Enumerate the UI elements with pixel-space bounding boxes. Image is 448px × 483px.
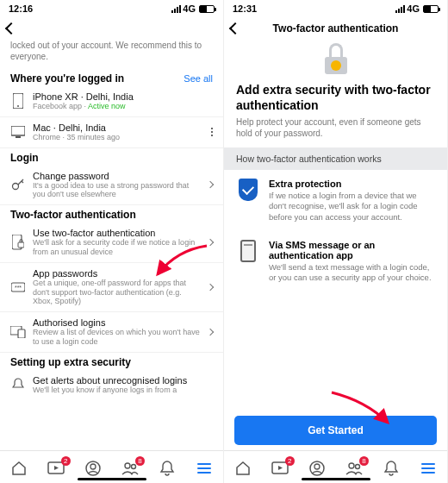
- badge: 8: [359, 456, 369, 466]
- status-bar: 12:31 4G: [224, 0, 447, 17]
- tab-groups[interactable]: 8: [121, 459, 140, 478]
- row-title: Change password: [33, 171, 201, 181]
- feature-sms-auth: Via SMS message or an authentication app…: [224, 231, 447, 292]
- extra-security-header: Setting up extra security: [10, 356, 131, 368]
- badge: 2: [285, 456, 295, 466]
- badge: 2: [61, 456, 71, 466]
- intro-heading: Add extra security with two-factor authe…: [224, 83, 447, 116]
- tab-home[interactable]: [9, 459, 28, 478]
- bell-icon: [10, 378, 26, 392]
- tab-profile[interactable]: [84, 459, 103, 478]
- tab-notifications[interactable]: [158, 459, 177, 478]
- status-time: 12:16: [9, 3, 33, 14]
- device-row-mac[interactable]: Mac · Delhi, India Chrome · 35 minutes a…: [0, 117, 223, 148]
- battery-icon: [423, 5, 439, 13]
- tab-profile[interactable]: [308, 459, 327, 478]
- svg-rect-3: [16, 136, 21, 138]
- tab-menu[interactable]: [195, 459, 214, 478]
- svg-point-19: [349, 463, 354, 468]
- row-title: App passwords: [33, 268, 201, 279]
- screen-two-factor-intro: 12:31 4G Two-factor authentication Add e…: [224, 0, 448, 483]
- change-password-row[interactable]: Change password It's a good idea to use …: [0, 166, 223, 206]
- chevron-right-icon: [207, 329, 214, 336]
- header: [0, 17, 223, 40]
- get-started-button[interactable]: Get Started: [234, 416, 437, 445]
- phone-sms-icon: [240, 240, 256, 262]
- svg-point-4: [13, 184, 19, 190]
- feature-title: Extra protection: [269, 179, 435, 189]
- intro-subheading: Help protect your account, even if someo…: [224, 116, 447, 147]
- network-label: 4G: [407, 3, 420, 14]
- see-all-link[interactable]: See all: [184, 73, 213, 84]
- authorised-logins-row[interactable]: Authorised logins Review a list of devic…: [0, 312, 223, 353]
- devices-icon: [10, 326, 26, 338]
- status-bar: 12:16 4G: [0, 0, 223, 17]
- feature-title: Via SMS message or an authentication app: [269, 240, 435, 260]
- row-subtitle: Get a unique, one-off password for apps …: [33, 279, 201, 306]
- device-row-iphone[interactable]: iPhone XR · Delhi, India Facebook app · …: [0, 86, 223, 117]
- lock-key-icon: [321, 45, 351, 74]
- svg-text:***: ***: [15, 285, 22, 291]
- row-title: Authorised logins: [33, 317, 201, 328]
- device-title: Mac · Delhi, India: [33, 122, 204, 133]
- page-title: Two-factor authentication: [224, 22, 447, 34]
- tab-home[interactable]: [233, 459, 252, 478]
- status-time: 12:31: [233, 3, 257, 14]
- desktop-icon: [10, 126, 26, 138]
- svg-rect-10: [18, 329, 25, 338]
- screen-security-settings: 12:16 4G locked out of your account. We …: [0, 0, 224, 483]
- svg-point-20: [356, 464, 360, 468]
- tab-watch[interactable]: 2: [271, 459, 289, 478]
- row-subtitle: Review a list of devices on which you wo…: [33, 328, 201, 347]
- row-subtitle: It's a good idea to use a strong passwor…: [33, 181, 201, 200]
- hamburger-icon: [421, 463, 435, 474]
- feature-description: If we notice a login from a device that …: [269, 191, 435, 223]
- svg-rect-6: [18, 242, 24, 248]
- two-factor-header: Two-factor authentication: [10, 209, 136, 221]
- signal-icon: [171, 5, 181, 13]
- chevron-right-icon: [207, 284, 214, 291]
- phone-icon: [10, 93, 26, 109]
- how-it-works-band: How two-factor authentication works: [224, 147, 447, 170]
- svg-point-14: [125, 463, 130, 468]
- login-header: Login: [10, 152, 39, 164]
- use-two-factor-row[interactable]: Use two-factor authentication We'll ask …: [0, 223, 223, 263]
- svg-point-13: [90, 464, 96, 469]
- tab-notifications[interactable]: [382, 459, 401, 478]
- network-label: 4G: [183, 3, 196, 14]
- feature-extra-protection: Extra protection If we notice a login fr…: [224, 170, 447, 231]
- feature-description: We'll send a text message with a login c…: [269, 262, 435, 284]
- chevron-right-icon: [207, 239, 214, 246]
- row-subtitle: We'll ask for a security code if we noti…: [33, 238, 201, 257]
- password-icon: ***: [10, 281, 26, 293]
- svg-point-1: [17, 105, 19, 107]
- row-title: Get alerts about unrecognised logins: [33, 375, 213, 386]
- tab-groups[interactable]: 8: [345, 459, 364, 478]
- back-icon[interactable]: [5, 22, 17, 34]
- get-alerts-row[interactable]: Get alerts about unrecognised logins We'…: [0, 370, 223, 400]
- badge: 8: [135, 456, 145, 466]
- battery-icon: [199, 5, 215, 13]
- active-now-label: Active now: [88, 102, 126, 110]
- row-title: Use two-factor authentication: [33, 228, 201, 238]
- svg-point-18: [314, 464, 320, 469]
- more-icon[interactable]: [211, 128, 213, 136]
- hamburger-icon: [197, 463, 211, 474]
- row-subtitle: We'll let you know if anyone logs in fro…: [33, 386, 213, 395]
- intro-content: Add extra security with two-factor authe…: [224, 40, 447, 409]
- home-indicator: [78, 478, 146, 480]
- header: Two-factor authentication: [224, 17, 447, 40]
- tab-watch[interactable]: 2: [47, 459, 65, 478]
- svg-point-15: [132, 464, 136, 468]
- where-logged-in-header: Where you're logged in: [10, 72, 124, 85]
- device-subtitle: Chrome · 35 minutes ago: [33, 133, 204, 142]
- chevron-right-icon: [207, 181, 214, 188]
- home-indicator: [302, 478, 370, 480]
- signal-icon: [395, 5, 405, 13]
- truncated-description: locked out of your account. We recommend…: [0, 40, 223, 69]
- settings-content: locked out of your account. We recommend…: [0, 40, 223, 450]
- shield-icon: [239, 179, 258, 201]
- phone-lock-icon: [10, 235, 26, 250]
- tab-menu[interactable]: [419, 459, 438, 478]
- app-passwords-row[interactable]: *** App passwords Get a unique, one-off …: [0, 263, 223, 312]
